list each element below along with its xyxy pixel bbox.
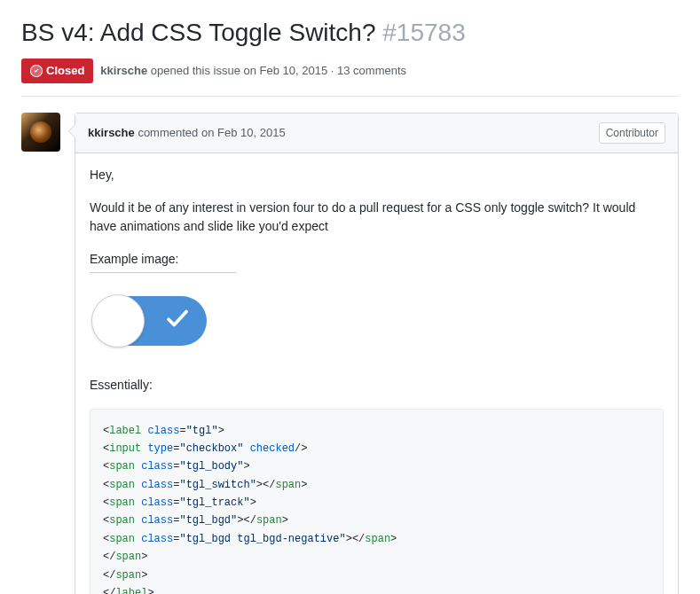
example-image [90, 287, 664, 376]
essentially-label: Essentially: [90, 376, 664, 395]
check-icon [164, 305, 191, 337]
comment-author[interactable]: kkirsche [88, 126, 135, 139]
toggle-knob [91, 294, 145, 348]
issue-title: BS v4: Add CSS Toggle Switch? #15783 [21, 14, 679, 51]
comment-container: kkirsche commented on Feb 10, 2015 Contr… [75, 113, 679, 595]
greeting: Hey, [90, 166, 664, 184]
code-block: <label class="tgl"> <input type="checkbo… [90, 409, 664, 595]
comment-header: kkirsche commented on Feb 10, 2015 Contr… [75, 113, 678, 153]
state-label: Closed [46, 62, 84, 80]
opener-link[interactable]: kkirsche [100, 64, 147, 77]
state-badge-closed: Closed [21, 59, 93, 83]
issue-title-text: BS v4: Add CSS Toggle Switch? [21, 19, 376, 46]
comment-action: commented on Feb 10, 2015 [138, 126, 285, 139]
issue-meta-row: Closed kkirsche opened this issue on Feb… [21, 59, 679, 97]
issue-number: #15783 [382, 19, 465, 46]
body-paragraph: Would it be of any interest in version f… [90, 199, 664, 236]
toggle-switch [93, 296, 207, 346]
comment-body: Hey, Would it be of any interest in vers… [75, 153, 678, 595]
comment-header-text: kkirsche commented on Feb 10, 2015 [88, 124, 286, 142]
opened-by-text: kkirsche opened this issue on Feb 10, 20… [100, 62, 406, 80]
opened-suffix: opened this issue on Feb 10, 2015 · 13 c… [151, 64, 406, 77]
role-badge: Contributor [599, 122, 665, 144]
example-label: Example image: [90, 250, 236, 273]
closed-icon [30, 65, 43, 77]
avatar[interactable] [21, 113, 60, 152]
